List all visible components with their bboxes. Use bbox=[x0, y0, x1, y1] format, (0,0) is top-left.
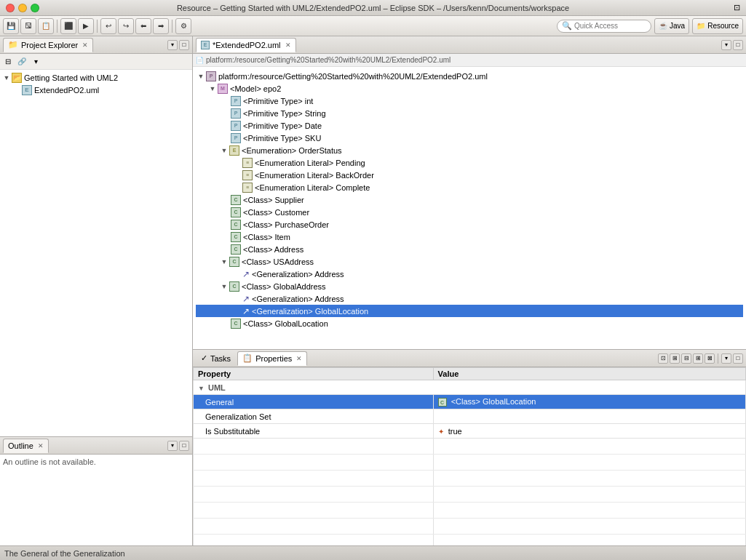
project-explorer-controls: ▾ □ bbox=[167, 40, 189, 50]
toolbar-btn-6[interactable]: ⬅ bbox=[135, 18, 151, 34]
uml-node-gen-globallocation[interactable]: ↗ <Generalization> GlobalLocation bbox=[196, 305, 743, 317]
prop-btn-2[interactable]: ⊞ bbox=[670, 353, 680, 364]
maximize-panel-button[interactable]: □ bbox=[179, 40, 189, 50]
toggle-platform[interactable]: ▼ bbox=[196, 71, 206, 81]
uml-node-enum-orderstatus[interactable]: ▼ E <Enumeration> OrderStatus bbox=[196, 144, 743, 156]
main-toolbar: 💾 🖫 📋 ⬛ ▶ ↩ ↪ ⬅ ➡ ⚙ 🔍 ☕ Java 📁 Resource bbox=[0, 16, 746, 36]
class-icon-5: C bbox=[231, 244, 241, 255]
view-menu-button[interactable]: ▾ bbox=[29, 55, 42, 68]
prop-btn-3[interactable]: ⊟ bbox=[681, 353, 691, 364]
prim-int-label: <Primitive Type> int bbox=[243, 97, 313, 105]
uml-node-enum-pending[interactable]: ≡ <Enumeration Literal> Pending bbox=[196, 156, 743, 169]
toggle-getting-started[interactable]: ▼ bbox=[1, 73, 12, 83]
prop-btn-4[interactable]: ⊞ bbox=[693, 353, 703, 364]
editor-tab-close[interactable]: ✕ bbox=[285, 41, 291, 49]
uml-node-gen-address1[interactable]: ↗ <Generalization> Address bbox=[196, 268, 743, 280]
toolbar-btn-1[interactable]: 📋 bbox=[38, 18, 54, 34]
minimize-outline-button[interactable]: ▾ bbox=[167, 441, 178, 451]
toggle-globaladdress[interactable]: ▼ bbox=[219, 281, 229, 292]
status-bar: The General of the Generalization bbox=[0, 545, 746, 560]
properties-label: Properties bbox=[255, 354, 292, 363]
tab-tasks[interactable]: ✓ Tasks bbox=[196, 351, 236, 366]
save-button[interactable]: 🖫 bbox=[20, 18, 36, 34]
table-header-row: Property Value bbox=[194, 368, 746, 380]
section-toggle[interactable]: ▼ bbox=[198, 385, 205, 392]
tree-item-extendedpo2[interactable]: E ExtendedPO2.uml bbox=[1, 84, 191, 96]
uml-node-model[interactable]: ▼ M <Model> epo2 bbox=[196, 82, 743, 95]
quick-access-input[interactable] bbox=[574, 22, 646, 30]
maximize-button[interactable] bbox=[31, 4, 39, 12]
minimize-bottom-button[interactable]: ▾ bbox=[721, 353, 731, 364]
toolbar-btn-8[interactable]: ⚙ bbox=[175, 18, 191, 34]
minimize-editor-button[interactable]: ▾ bbox=[721, 40, 731, 50]
enum-backorder-label: <Enumeration Literal> BackOrder bbox=[255, 171, 374, 180]
toolbar-btn-5[interactable]: ↪ bbox=[118, 18, 134, 34]
tasks-icon: ✓ bbox=[201, 353, 207, 363]
tab-properties[interactable]: 📋 Properties ✕ bbox=[237, 351, 307, 366]
uml-node-platform[interactable]: ▼ P platform:/resource/Getting%20Started… bbox=[196, 70, 743, 82]
project-explorer-close[interactable]: ✕ bbox=[82, 41, 88, 49]
maximize-bottom-button[interactable]: □ bbox=[733, 353, 743, 364]
value-substitutable: ✦ true bbox=[433, 424, 745, 439]
outline-controls: ▾ □ bbox=[167, 441, 189, 451]
quick-access-box[interactable]: 🔍 bbox=[557, 20, 651, 33]
resize-icon[interactable]: ⊡ bbox=[734, 3, 740, 12]
resource-perspective-button[interactable]: 📁 Resource bbox=[692, 18, 743, 34]
uml-node-customer[interactable]: C <Class> Customer bbox=[196, 206, 743, 218]
collapse-all-button[interactable]: ⊟ bbox=[1, 55, 15, 68]
uml-node-gen-address2[interactable]: ↗ <Generalization> Address bbox=[196, 292, 743, 305]
toolbar-separator-2 bbox=[97, 20, 98, 33]
properties-tab-close[interactable]: ✕ bbox=[296, 355, 302, 362]
uml-node-prim-int[interactable]: P <Primitive Type> int bbox=[196, 95, 743, 107]
toolbar-btn-7[interactable]: ➡ bbox=[153, 18, 169, 34]
uml-node-globallocation[interactable]: C <Class> GlobalLocation bbox=[196, 317, 743, 329]
tab-extended-po2[interactable]: E *ExtendedPO2.uml ✕ bbox=[196, 38, 296, 52]
minimize-button[interactable] bbox=[18, 4, 27, 12]
maximize-outline-button[interactable]: □ bbox=[179, 441, 189, 451]
uml-node-usaddress[interactable]: ▼ C <Class> USAddress bbox=[196, 255, 743, 268]
outline-close[interactable]: ✕ bbox=[38, 442, 44, 449]
uml-node-purchaseorder[interactable]: C <Class> PurchaseOrder bbox=[196, 218, 743, 231]
gen-globallocation-label: <Generalization> GlobalLocation bbox=[252, 307, 368, 316]
toolbar-btn-3[interactable]: ▶ bbox=[78, 18, 94, 34]
uml-node-prim-date[interactable]: P <Primitive Type> Date bbox=[196, 119, 743, 132]
toolbar-btn-4[interactable]: ↩ bbox=[100, 18, 116, 34]
uml-node-supplier[interactable]: C <Class> Supplier bbox=[196, 193, 743, 206]
folder-icon: 📂 bbox=[12, 73, 22, 83]
uml-node-item[interactable]: C <Class> Item bbox=[196, 231, 743, 243]
prop-btn-1[interactable]: ⊡ bbox=[658, 353, 668, 364]
table-row-substitutable[interactable]: Is Substitutable ✦ true bbox=[194, 424, 746, 439]
uml-node-enum-complete[interactable]: ≡ <Enumeration Literal> Complete bbox=[196, 181, 743, 193]
toggle-enum-orderstatus[interactable]: ▼ bbox=[219, 145, 229, 156]
uml-node-address[interactable]: C <Class> Address bbox=[196, 243, 743, 255]
maximize-editor-button[interactable]: □ bbox=[733, 40, 743, 50]
tab-project-explorer[interactable]: 📁 Project Explorer ✕ bbox=[3, 38, 93, 52]
java-perspective-button[interactable]: ☕ Java bbox=[654, 18, 689, 34]
uml-node-enum-backorder[interactable]: ≡ <Enumeration Literal> BackOrder bbox=[196, 169, 743, 181]
toolbar-btn-2[interactable]: ⬛ bbox=[60, 18, 76, 34]
uml-node-prim-string[interactable]: P <Primitive Type> String bbox=[196, 107, 743, 119]
window-controls[interactable] bbox=[6, 4, 39, 12]
project-explorer-label: Project Explorer bbox=[21, 41, 78, 49]
link-with-editor-button[interactable]: 🔗 bbox=[15, 55, 28, 68]
toggle-model[interactable]: ▼ bbox=[207, 84, 218, 94]
file-label: ExtendedPO2.uml bbox=[34, 86, 99, 95]
tree-item-getting-started[interactable]: ▼ 📂 Getting Started with UML2 bbox=[1, 71, 191, 84]
tab-outline[interactable]: Outline ✕ bbox=[3, 439, 49, 453]
close-button[interactable] bbox=[6, 4, 15, 12]
minimize-panel-button[interactable]: ▾ bbox=[167, 40, 178, 50]
section-label: UML bbox=[208, 383, 226, 392]
toolbar-separator-3 bbox=[172, 20, 172, 33]
uml-node-globaladdress[interactable]: ▼ C <Class> GlobalAddress bbox=[196, 280, 743, 292]
new-button[interactable]: 💾 bbox=[3, 18, 19, 34]
table-row-general[interactable]: General C <Class> GlobalLocation bbox=[194, 395, 746, 409]
class-supplier-label: <Class> Supplier bbox=[243, 196, 304, 204]
uml-node-prim-sku[interactable]: P <Primitive Type> SKU bbox=[196, 132, 743, 144]
toggle-usaddress[interactable]: ▼ bbox=[219, 257, 229, 267]
table-row-empty-5 bbox=[194, 503, 746, 519]
prop-btn-5[interactable]: ⊠ bbox=[705, 353, 715, 364]
table-row-gen-set[interactable]: Generalization Set bbox=[194, 409, 746, 424]
table-row-empty-2 bbox=[194, 455, 746, 471]
editor-area: E *ExtendedPO2.uml ✕ ▾ □ 📄 platform:/res… bbox=[193, 36, 746, 349]
platform-label: platform:/resource/Getting%20Started%20w… bbox=[218, 72, 488, 81]
